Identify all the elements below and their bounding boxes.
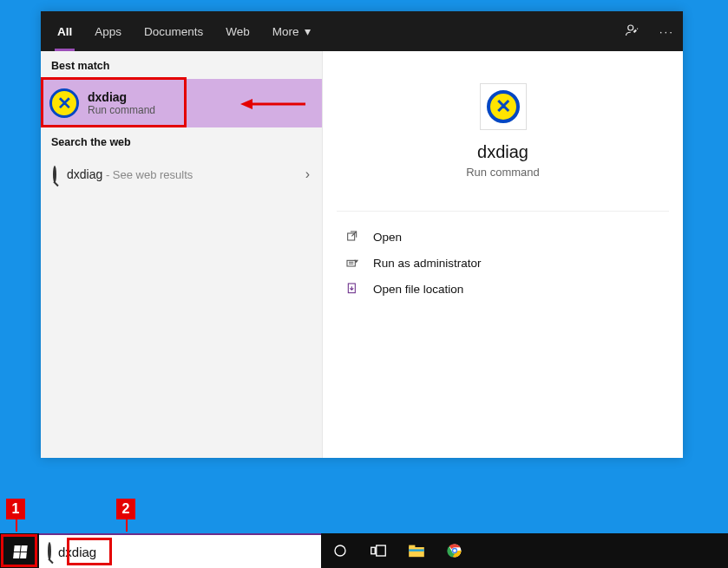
annotation-line-2 xyxy=(126,519,128,532)
search-input[interactable] xyxy=(58,545,312,559)
action-open-file-location[interactable]: Open file location xyxy=(337,276,669,302)
tab-all[interactable]: All xyxy=(46,11,83,51)
windows-logo-icon xyxy=(12,545,27,558)
results-detail-column: ✕ dxdiag Run command Open Run as adminis… xyxy=(323,51,683,458)
feedback-icon[interactable] xyxy=(625,23,640,41)
chevron-right-icon: › xyxy=(305,166,310,182)
svg-marker-2 xyxy=(240,99,253,109)
task-view-button[interactable] xyxy=(359,533,397,568)
annotation-arrow-icon xyxy=(240,98,305,110)
detail-title: dxdiag xyxy=(477,142,528,162)
tab-web[interactable]: Web xyxy=(214,11,261,51)
web-result-query: dxdiag xyxy=(67,167,102,181)
best-match-result[interactable]: ✕ dxdiag Run command xyxy=(41,79,322,127)
tab-documents[interactable]: Documents xyxy=(133,11,214,51)
search-tab-bar: All Apps Documents Web More▾ ··· xyxy=(41,11,683,51)
svg-rect-4 xyxy=(347,260,355,266)
action-open[interactable]: Open xyxy=(337,224,669,250)
annotation-callout-1: 1 xyxy=(6,499,25,519)
web-result-row[interactable]: dxdiag - See web results › xyxy=(41,155,322,193)
admin-icon xyxy=(345,256,359,270)
open-icon xyxy=(345,230,359,244)
annotation-callout-2: 2 xyxy=(116,499,135,519)
tab-apps[interactable]: Apps xyxy=(83,11,133,51)
taskbar-search-box[interactable] xyxy=(39,533,321,568)
action-run-as-administrator[interactable]: Run as administrator xyxy=(337,250,669,276)
tab-more[interactable]: More▾ xyxy=(261,11,322,51)
best-match-subtitle: Run command xyxy=(88,104,155,116)
detail-dxdiag-icon: ✕ xyxy=(480,83,527,130)
file-explorer-button[interactable] xyxy=(397,533,436,568)
more-options-icon[interactable]: ··· xyxy=(659,25,674,38)
svg-point-6 xyxy=(335,545,345,556)
svg-rect-8 xyxy=(377,545,386,556)
best-match-title: dxdiag xyxy=(88,90,155,104)
file-location-icon xyxy=(345,282,359,296)
start-button[interactable] xyxy=(0,533,39,568)
web-result-suffix: - See web results xyxy=(102,168,193,181)
chevron-down-icon: ▾ xyxy=(305,24,311,38)
results-left-column: Best match ✕ dxdiag Run command Search t… xyxy=(41,51,323,458)
svg-point-0 xyxy=(627,25,633,30)
search-icon xyxy=(53,167,56,181)
svg-rect-9 xyxy=(409,547,424,557)
svg-point-14 xyxy=(453,549,456,552)
svg-rect-10 xyxy=(409,545,415,549)
search-icon xyxy=(48,544,51,559)
detail-subtitle: Run command xyxy=(466,166,540,179)
search-web-label: Search the web xyxy=(41,127,322,155)
best-match-label: Best match xyxy=(41,51,322,79)
annotation-line-1 xyxy=(16,519,17,532)
taskbar xyxy=(0,533,728,568)
dxdiag-icon: ✕ xyxy=(49,88,79,118)
chrome-button[interactable] xyxy=(436,533,474,568)
search-results-panel: All Apps Documents Web More▾ ··· Best ma… xyxy=(41,11,683,458)
svg-rect-7 xyxy=(371,547,376,554)
svg-rect-11 xyxy=(409,549,424,551)
cortana-button[interactable] xyxy=(321,533,359,568)
